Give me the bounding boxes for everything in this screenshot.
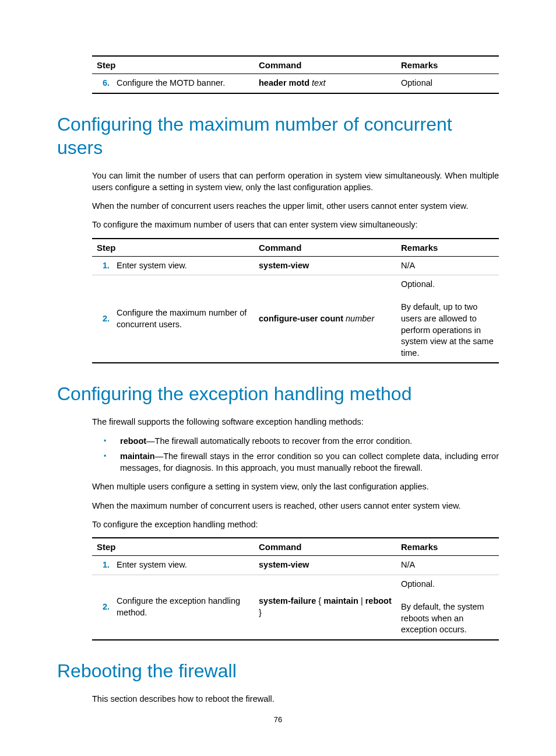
table-row: 2. Configure the exception handling meth…	[92, 575, 499, 639]
step-number: 2.	[92, 275, 112, 363]
command-bold: configure-user count	[259, 314, 343, 323]
table-row: 1. Enter system view. system-view N/A	[92, 256, 499, 275]
command-cell: system-view	[254, 556, 396, 575]
step-number: 6.	[92, 74, 112, 93]
col-command: Command	[254, 538, 396, 556]
col-step: Step	[92, 56, 254, 74]
paragraph: To configure the exception handling meth…	[57, 519, 499, 530]
step-number: 1.	[92, 556, 112, 575]
command-bold: system-view	[259, 261, 309, 270]
paragraph: When the number of concurrent users reac…	[57, 200, 499, 212]
step-text: Configure the maximum number of concurre…	[112, 275, 254, 363]
step-text: Configure the MOTD banner.	[112, 74, 254, 93]
col-command: Command	[254, 239, 396, 257]
remarks-line: By default, the system reboots when an e…	[401, 602, 484, 634]
command-cell: system-failure { maintain | reboot }	[254, 575, 396, 639]
paragraph: This section describes how to reboot the…	[57, 693, 499, 705]
command-text: }	[259, 608, 262, 617]
list-bold: reboot	[120, 436, 146, 446]
command-bold: header motd	[259, 78, 309, 88]
list-bold: maintain	[120, 452, 155, 461]
table-header-row: Step Command Remarks	[92, 56, 499, 74]
exception-handling-table: Step Command Remarks 1. Enter system vie…	[92, 537, 499, 640]
command-bold: reboot	[365, 596, 392, 606]
table-row: 1. Enter system view. system-view N/A	[92, 556, 499, 575]
remarks-line: Optional.	[401, 579, 435, 589]
col-remarks: Remarks	[396, 239, 499, 257]
command-text: {	[318, 596, 323, 606]
table-row: 2. Configure the maximum number of concu…	[92, 275, 499, 363]
list-text: —The firewall automatically reboots to r…	[146, 436, 412, 446]
remarks-line: By default, up to two users are allowed …	[401, 302, 494, 357]
page-number: 76	[0, 715, 556, 724]
command-cell: system-view	[254, 256, 396, 275]
command-bold: maintain	[323, 596, 358, 606]
table-header-row: Step Command Remarks	[92, 538, 499, 556]
step-text: Enter system view.	[112, 556, 254, 575]
col-command: Command	[254, 56, 396, 74]
command-italic: text	[312, 78, 325, 88]
heading-concurrent-users: Configuring the maximum number of concur…	[57, 113, 499, 159]
remarks-cell: Optional. By default, up to two users ar…	[396, 275, 499, 363]
list-item: reboot—The firewall automatically reboot…	[104, 435, 499, 447]
table-row: 6. Configure the MOTD banner. header mot…	[92, 74, 499, 93]
list-item: maintain—The firewall stays in the error…	[104, 450, 499, 474]
paragraph: The firewall supports the following soft…	[57, 416, 499, 428]
step-number: 2.	[92, 575, 112, 639]
paragraph: When multiple users configure a setting …	[57, 481, 499, 492]
remarks-cell: Optional. By default, the system reboots…	[396, 575, 499, 639]
remarks-line: Optional.	[401, 279, 435, 289]
method-list: reboot—The firewall automatically reboot…	[57, 435, 499, 474]
command-cell: configure-user count number	[254, 275, 396, 363]
command-bold: system-failure	[259, 596, 316, 606]
step-number: 1.	[92, 256, 112, 275]
table-header-row: Step Command Remarks	[92, 239, 499, 257]
concurrent-users-table: Step Command Remarks 1. Enter system vie…	[92, 238, 499, 364]
remarks-cell: Optional	[396, 74, 499, 93]
command-text: |	[358, 596, 365, 606]
heading-rebooting-firewall: Rebooting the firewall	[57, 659, 499, 682]
col-remarks: Remarks	[396, 56, 499, 74]
paragraph: When the maximum number of concurrent us…	[57, 500, 499, 512]
heading-exception-handling: Configuring the exception handling metho…	[57, 382, 499, 405]
list-text: —The firewall stays in the error conditi…	[120, 452, 499, 473]
command-bold: system-view	[259, 560, 309, 569]
col-remarks: Remarks	[396, 538, 499, 556]
col-step: Step	[92, 239, 254, 257]
remarks-cell: N/A	[396, 256, 499, 275]
paragraph: You can limit the number of users that c…	[57, 170, 499, 194]
step-text: Configure the exception handling method.	[112, 575, 254, 639]
col-step: Step	[92, 538, 254, 556]
paragraph: To configure the maximum number of users…	[57, 219, 499, 230]
command-italic: number	[346, 314, 374, 323]
remarks-cell: N/A	[396, 556, 499, 575]
step-text: Enter system view.	[112, 256, 254, 275]
command-cell: header motd text	[254, 74, 396, 93]
motd-table: Step Command Remarks 6. Configure the MO…	[92, 55, 499, 94]
